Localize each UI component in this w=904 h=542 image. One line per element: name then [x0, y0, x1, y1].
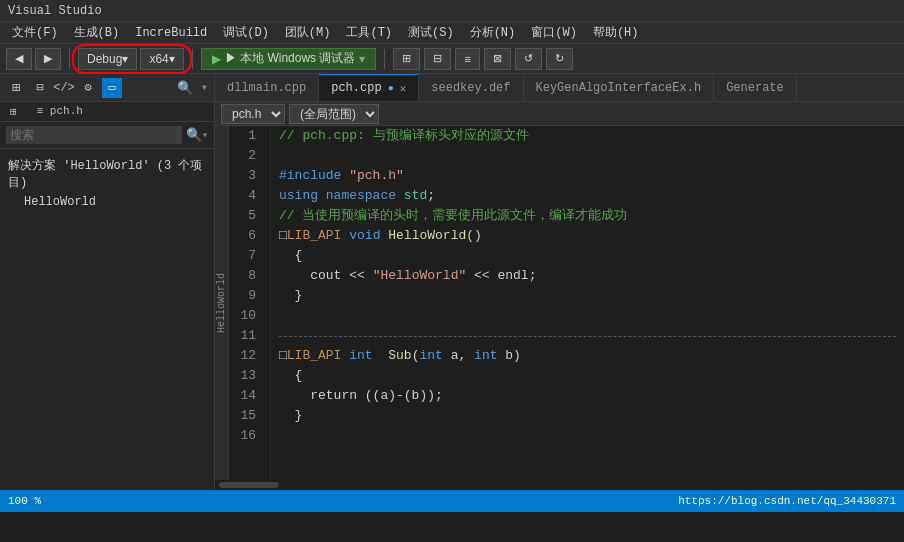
toolbar-icon6[interactable]: ↻: [546, 48, 573, 70]
solution-explorer: 解决方案 'HelloWorld' (3 个项目) HelloWorld: [0, 149, 214, 217]
ln-3: 3: [229, 166, 262, 186]
code-line-4: using namespace std;: [279, 186, 896, 206]
tab-pch[interactable]: pch.cpp ● ✕: [319, 74, 419, 101]
sidebar-tab-code[interactable]: </>: [54, 78, 74, 98]
code-line-15: }: [279, 406, 896, 426]
sidebar-tab-items2[interactable]: ≡ pch.h: [27, 102, 93, 121]
ln-15: 15: [229, 406, 262, 426]
sidebar-tab-active[interactable]: ▭: [102, 78, 122, 98]
tab-pch-close[interactable]: ✕: [400, 82, 407, 95]
nav-buttons: ◀ ▶: [6, 48, 61, 70]
menu-file[interactable]: 文件(F): [4, 22, 66, 43]
sep1: [69, 49, 70, 69]
code-line-8: cout << "HelloWorld" << endl;: [279, 266, 896, 286]
status-bar: 100 % https://blog.csdn.net/qq_34430371: [0, 490, 904, 512]
code-line-9: }: [279, 286, 896, 306]
tab-generate[interactable]: Generate: [714, 74, 797, 101]
sidebar: ⊞ ⊟ </> ⚙ ▭ 🔍 ▾ ⊞ ≡ pch.h 🔍 ▾ 解决方案 'Hell…: [0, 74, 215, 490]
forward-button[interactable]: ▶: [35, 48, 61, 70]
tab-dllmain[interactable]: dllmain.cpp: [215, 74, 319, 101]
menu-analyze[interactable]: 分析(N): [462, 22, 524, 43]
ln-7: 7: [229, 246, 262, 266]
file-indicator: HelloWorld: [215, 126, 229, 480]
code-line-10: [279, 306, 896, 326]
tab-seedkey[interactable]: seedkey.def: [419, 74, 523, 101]
zoom-level: 100 %: [8, 495, 41, 507]
ln-10: 10: [229, 306, 262, 326]
code-line-13: {: [279, 366, 896, 386]
editor-panel: dllmain.cpp pch.cpp ● ✕ seedkey.def KeyG…: [215, 74, 904, 490]
sidebar-tabs: ⊞ ≡ pch.h: [0, 102, 214, 122]
toolbar-icon1[interactable]: ⊞: [393, 48, 420, 70]
arch-dropdown[interactable]: x64 ▾: [140, 48, 183, 70]
toolbar-icon2[interactable]: ⊟: [424, 48, 451, 70]
menu-debug[interactable]: 调试(D): [215, 22, 277, 43]
ln-5: 5: [229, 206, 262, 226]
toolbar-icon3[interactable]: ≡: [455, 48, 479, 70]
code-line-7: {: [279, 246, 896, 266]
status-left: 100 %: [8, 495, 41, 507]
scope-bar: pch.h (全局范围): [215, 102, 904, 126]
run-button[interactable]: ▶ ▶ 本地 Windows 调试器 ▾: [201, 48, 377, 70]
solution-item-root[interactable]: 解决方案 'HelloWorld' (3 个项目): [8, 155, 206, 193]
sidebar-search-icon[interactable]: 🔍: [175, 78, 195, 98]
horizontal-scrollbar[interactable]: [215, 480, 904, 490]
toolbar-icon5[interactable]: ↺: [515, 48, 542, 70]
run-icon: ▶: [212, 52, 221, 66]
code-line-6: □LIB_API void HelloWorld(): [279, 226, 896, 246]
menu-tools[interactable]: 工具(T): [338, 22, 400, 43]
sidebar-search-input[interactable]: [6, 126, 182, 144]
ln-8: 8: [229, 266, 262, 286]
menu-test[interactable]: 测试(S): [400, 22, 462, 43]
sidebar-tab-items1[interactable]: ⊞: [0, 102, 27, 121]
debug-config-dropdown[interactable]: Debug ▾: [78, 48, 137, 70]
ln-13: 13: [229, 366, 262, 386]
code-line-12: □LIB_API int Sub(int a, int b): [279, 346, 896, 366]
tab-keygen[interactable]: KeyGenAlgoInterfaceEx.h: [524, 74, 715, 101]
sidebar-search-bar: 🔍 ▾: [0, 122, 214, 149]
sidebar-tab-sol[interactable]: ⊟: [30, 78, 50, 98]
toolbar-icon4[interactable]: ⊠: [484, 48, 511, 70]
toolbar: ◀ ▶ Debug ▾ x64 ▾ ▶ ▶ 本地 Windows 调试器 ▾ ⊞…: [0, 44, 904, 74]
ln-9: 9: [229, 286, 262, 306]
code-line-3: #include "pch.h": [279, 166, 896, 186]
sidebar-tab-settings[interactable]: ⚙: [78, 78, 98, 98]
scroll-thumb[interactable]: [219, 482, 279, 488]
code-content[interactable]: // pch.cpp: 与预编译标头对应的源文件 #include "pch.h…: [271, 126, 904, 480]
solution-item-project[interactable]: HelloWorld: [8, 193, 206, 211]
ln-6: 6: [229, 226, 262, 246]
menu-help[interactable]: 帮助(H): [585, 22, 647, 43]
back-button[interactable]: ◀: [6, 48, 32, 70]
file-dropdown[interactable]: pch.h: [221, 104, 285, 124]
menu-bar: 文件(F) 生成(B) IncreBuild 调试(D) 团队(M) 工具(T)…: [0, 22, 904, 44]
code-line-11: [279, 326, 896, 346]
ln-11: 11: [229, 326, 262, 346]
sep3: [384, 49, 385, 69]
editor: HelloWorld 1 2 3 4 5 6 7 8 9 10 11 12 13…: [215, 126, 904, 480]
ln-4: 4: [229, 186, 262, 206]
code-line-14: return ((a)-(b));: [279, 386, 896, 406]
search-dropdown-icon[interactable]: ▾: [202, 129, 208, 141]
debug-config-section: Debug ▾ x64 ▾: [78, 48, 184, 70]
menu-window[interactable]: 窗口(W): [523, 22, 585, 43]
status-url[interactable]: https://blog.csdn.net/qq_34430371: [678, 495, 896, 507]
code-line-5: // 当使用预编译的头时，需要使用此源文件，编译才能成功: [279, 206, 896, 226]
title-text: Visual Studio: [8, 4, 102, 18]
sidebar-toolbar: ⊞ ⊟ </> ⚙ ▭ 🔍 ▾: [0, 74, 214, 102]
ln-12: 12: [229, 346, 262, 366]
menu-team[interactable]: 团队(M): [277, 22, 339, 43]
tab-bar: dllmain.cpp pch.cpp ● ✕ seedkey.def KeyG…: [215, 74, 904, 102]
search-icon: 🔍: [186, 127, 202, 143]
ln-14: 14: [229, 386, 262, 406]
tab-pch-modified: ●: [388, 83, 394, 94]
scope-dropdown[interactable]: (全局范围): [289, 104, 379, 124]
sidebar-search-arrow[interactable]: ▾: [201, 80, 208, 95]
ln-2: 2: [229, 146, 262, 166]
title-bar: Visual Studio: [0, 0, 904, 22]
menu-incredibuild[interactable]: IncreBuild: [127, 24, 215, 42]
main-layout: ⊞ ⊟ </> ⚙ ▭ 🔍 ▾ ⊞ ≡ pch.h 🔍 ▾ 解决方案 'Hell…: [0, 74, 904, 490]
sidebar-tab-arrow[interactable]: ⊞: [6, 78, 26, 98]
ln-16: 16: [229, 426, 262, 446]
code-line-2: [279, 146, 896, 166]
menu-build[interactable]: 生成(B): [66, 22, 128, 43]
